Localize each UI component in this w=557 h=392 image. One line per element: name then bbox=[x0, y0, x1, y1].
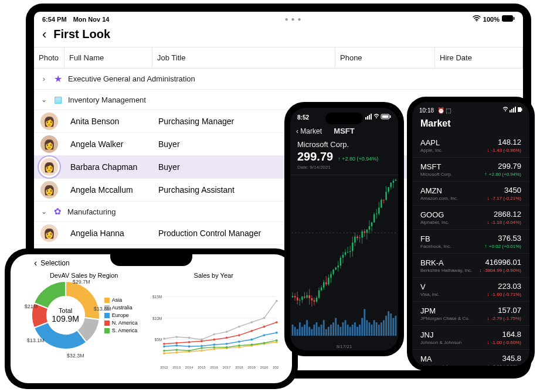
group-label: Executive General and Administration bbox=[68, 74, 195, 83]
svg-rect-86 bbox=[301, 296, 303, 300]
phone-stock-device: 8:52 ‹ Market MSFT Microsoft Corp. 299.7… bbox=[284, 102, 404, 356]
svg-point-40 bbox=[176, 345, 178, 347]
svg-point-46 bbox=[251, 339, 253, 341]
svg-rect-184 bbox=[337, 325, 339, 336]
svg-rect-214 bbox=[515, 107, 516, 113]
arrow-down-icon: ↓ bbox=[487, 219, 490, 225]
ticker-symbol: JNJ bbox=[420, 330, 461, 339]
photo-cell: 👩 bbox=[34, 222, 64, 244]
svg-point-54 bbox=[226, 337, 228, 339]
name-cell: Angela Walker bbox=[64, 139, 152, 149]
svg-point-50 bbox=[176, 342, 178, 344]
price-change: ↓ -2.02 (-0.58%) bbox=[487, 363, 521, 366]
col-full-name[interactable]: Full Name bbox=[64, 47, 152, 68]
market-row[interactable]: MSFTMicrosoft Corp.299.79↑ +2.80 (+0.94%… bbox=[412, 158, 529, 182]
svg-rect-202 bbox=[381, 322, 382, 336]
ticker-symbol: GOOG bbox=[420, 210, 449, 219]
avatar: 👩 bbox=[40, 181, 58, 199]
svg-rect-164 bbox=[395, 180, 396, 181]
svg-rect-182 bbox=[332, 322, 334, 336]
svg-point-30 bbox=[176, 336, 178, 338]
svg-point-66 bbox=[251, 343, 253, 346]
legend-item[interactable]: N. America bbox=[104, 320, 138, 326]
group-row[interactable]: ›★Executive General and Administration bbox=[34, 69, 523, 90]
col-job-title[interactable]: Job Title bbox=[152, 47, 335, 68]
dynamic-island bbox=[325, 113, 363, 124]
market-row[interactable]: BRK-ABerkshire Hathaway, Inc.416996.01↓ … bbox=[412, 254, 529, 278]
donut-panel: DevAV Sales by Region Total 109.9M $29.7… bbox=[23, 272, 144, 380]
ticker-symbol: V bbox=[420, 282, 440, 291]
back-chevron-icon[interactable]: ‹ bbox=[34, 258, 37, 268]
arrow-down-icon: ↓ bbox=[487, 363, 490, 366]
svg-text:2013: 2013 bbox=[173, 366, 181, 369]
svg-rect-84 bbox=[299, 300, 300, 301]
svg-rect-100 bbox=[318, 290, 320, 298]
svg-point-31 bbox=[188, 337, 191, 339]
candlestick-chart[interactable] bbox=[290, 175, 398, 343]
legend-item[interactable]: S. America bbox=[104, 328, 138, 333]
svg-rect-176 bbox=[318, 327, 320, 336]
svg-point-52 bbox=[201, 340, 203, 342]
price: 3450 bbox=[487, 186, 521, 195]
svg-rect-199 bbox=[373, 320, 375, 336]
legend-item[interactable]: Asia bbox=[104, 297, 138, 303]
market-row[interactable]: GOOGAlphabet, Inc.2868.12↓ -1.18 (-0.04%… bbox=[412, 206, 529, 230]
col-photo[interactable]: Photo bbox=[34, 47, 64, 68]
arrow-down-icon: ↓ bbox=[487, 339, 490, 345]
donut-total-value: 109.9M bbox=[52, 314, 79, 323]
price-change: ↓ -7.17 (-0.21%) bbox=[487, 195, 521, 201]
market-row[interactable]: VVisa, Inc.223.03↓ -1.60 (-0.71%) bbox=[412, 278, 529, 302]
market-list[interactable]: AAPLApple, Inc.148.12↓ -1.43 (-0.96%)MSF… bbox=[412, 134, 529, 366]
back-chevron-icon[interactable]: ‹ bbox=[42, 28, 46, 41]
gear-icon: ✿ bbox=[54, 206, 62, 217]
svg-rect-197 bbox=[369, 322, 371, 336]
svg-point-42 bbox=[201, 345, 203, 347]
chevron-down-icon: ⌄ bbox=[40, 96, 48, 104]
donut-seg-label: $21M bbox=[25, 304, 38, 309]
svg-rect-112 bbox=[332, 270, 334, 274]
svg-rect-175 bbox=[316, 322, 318, 336]
svg-point-58 bbox=[276, 321, 278, 323]
svg-point-19 bbox=[163, 352, 165, 354]
legend-label: Asia bbox=[112, 297, 123, 303]
phone-landscape-screen: ‹ Selection DevAV Sales by Region Total … bbox=[11, 254, 292, 383]
svg-rect-146 bbox=[373, 214, 375, 222]
market-row[interactable]: AMZNAmazon.com, Inc.3450↓ -7.17 (-0.21%) bbox=[412, 182, 529, 206]
svg-rect-174 bbox=[313, 325, 315, 336]
svg-point-62 bbox=[201, 347, 203, 349]
market-row[interactable]: FBFacebook, Inc.376.53↑ +0.02 (+0.01%) bbox=[412, 230, 529, 254]
line-chart[interactable]: $5M$10M$15M20122013201420152016201720182… bbox=[148, 280, 279, 380]
svg-rect-142 bbox=[369, 226, 370, 230]
svg-point-37 bbox=[263, 317, 266, 319]
back-button[interactable]: ‹ Market bbox=[296, 127, 322, 135]
donut-chart[interactable]: Total 109.9M $29.7M$13.8M$32.3M$13.1M$21… bbox=[30, 280, 101, 350]
phone-market-screen: 10:18 ⏰ ⬚ Market AAPLApple, Inc.148.12↓ … bbox=[412, 102, 529, 366]
col-phone[interactable]: Phone bbox=[335, 47, 435, 68]
status-icons bbox=[365, 114, 391, 121]
market-row[interactable]: JPMJPMorgan Chase & Co.157.07↓ -2.79 (-1… bbox=[412, 302, 529, 326]
svg-rect-124 bbox=[347, 252, 348, 253]
arrow-up-icon: ↑ bbox=[484, 243, 487, 249]
legend-swatch bbox=[104, 321, 110, 326]
market-row[interactable]: MAMastercard, Inc.345.8↓ -2.02 (-0.58%) bbox=[412, 350, 529, 366]
svg-rect-181 bbox=[330, 325, 332, 336]
company-name: Mastercard, Inc. bbox=[420, 364, 454, 366]
svg-rect-148 bbox=[376, 214, 377, 214]
table-header: Photo Full Name Job Title Phone Hire Dat… bbox=[34, 47, 523, 69]
price: 376.53 bbox=[484, 234, 521, 243]
col-hire-date[interactable]: Hire Date bbox=[435, 47, 523, 68]
donut-legend: AsiaAustraliaEuropeN. AmericaS. America bbox=[104, 297, 138, 333]
price-change: ↑ +0.02 (+0.01%) bbox=[484, 243, 521, 249]
svg-rect-177 bbox=[321, 325, 322, 336]
svg-point-44 bbox=[226, 343, 228, 345]
svg-point-210 bbox=[505, 110, 506, 111]
svg-point-20 bbox=[176, 352, 178, 354]
legend-item[interactable]: Europe bbox=[104, 312, 138, 318]
market-row[interactable]: AAPLApple, Inc.148.12↓ -1.43 (-0.96%) bbox=[412, 134, 529, 158]
multitask-dots[interactable]: ● ● ● bbox=[285, 16, 302, 22]
svg-point-53 bbox=[213, 339, 216, 341]
svg-rect-170 bbox=[304, 325, 305, 336]
market-status-bar: 10:18 ⏰ ⬚ bbox=[412, 102, 529, 115]
svg-point-61 bbox=[188, 350, 191, 352]
market-row[interactable]: JNJJohnson & Johnson164.8↓ -1.00 (-0.60%… bbox=[412, 326, 529, 350]
